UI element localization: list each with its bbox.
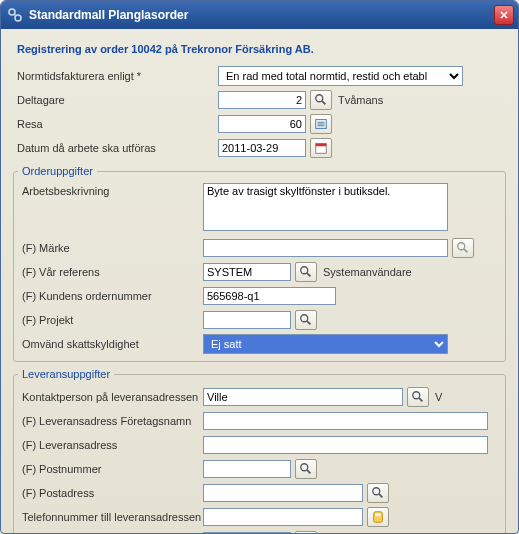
adress-label: (F) Leveransadress bbox=[18, 439, 203, 451]
adress-input[interactable] bbox=[203, 436, 488, 454]
registration-line: Registrering av order 10042 på Trekronor… bbox=[17, 43, 506, 55]
omkast-select[interactable]: Ej satt bbox=[203, 334, 448, 354]
svg-line-2 bbox=[14, 14, 16, 16]
kontakt-after: V bbox=[435, 391, 442, 403]
svg-rect-12 bbox=[316, 144, 327, 147]
deltagare-lookup-button[interactable] bbox=[310, 90, 332, 110]
postaddr-label: (F) Postadress bbox=[18, 487, 203, 499]
svg-point-5 bbox=[316, 95, 323, 102]
svg-rect-27 bbox=[374, 512, 383, 523]
arbete-label: Arbetsbeskrivning bbox=[18, 183, 203, 197]
datum-label: Datum då arbete ska utföras bbox=[13, 142, 218, 154]
kontakt-lookup-button[interactable] bbox=[407, 387, 429, 407]
datum-calendar-button[interactable] bbox=[310, 138, 332, 158]
postnr-input[interactable] bbox=[203, 460, 291, 478]
svg-line-26 bbox=[379, 494, 383, 498]
arbete-textarea[interactable] bbox=[203, 183, 448, 231]
postnr-label: (F) Postnummer bbox=[18, 463, 203, 475]
projekt-input[interactable] bbox=[203, 311, 291, 329]
close-button[interactable] bbox=[494, 5, 514, 25]
resa-detail-button[interactable] bbox=[310, 114, 332, 134]
window-title: Standardmall Planglasorder bbox=[29, 8, 494, 22]
foretag-input[interactable] bbox=[203, 412, 488, 430]
tel-label: Telefonnummer till leveransadressen bbox=[18, 511, 203, 523]
postaddr-lookup-button[interactable] bbox=[367, 483, 389, 503]
order-legend: Orderuppgifter bbox=[18, 165, 97, 177]
deltagare-label: Deltagare bbox=[13, 94, 218, 106]
content-area: Registrering av order 10042 på Trekronor… bbox=[1, 29, 518, 534]
resa-input[interactable] bbox=[218, 115, 306, 133]
leverans-legend: Leveransuppgifter bbox=[18, 368, 114, 380]
svg-point-17 bbox=[301, 267, 308, 274]
kontakt-input[interactable] bbox=[203, 388, 403, 406]
marke-lookup-button[interactable] bbox=[452, 238, 474, 258]
svg-point-25 bbox=[373, 488, 380, 495]
varref-input[interactable] bbox=[203, 263, 291, 281]
svg-line-24 bbox=[307, 470, 311, 474]
omkast-label: Omvänd skattskyldighet bbox=[18, 338, 203, 350]
marke-input[interactable] bbox=[203, 239, 448, 257]
svg-line-16 bbox=[464, 249, 468, 253]
normtid-label: Normtidsfakturera enligt * bbox=[13, 70, 218, 82]
foretag-label: (F) Leveransadress Företagsnamn bbox=[18, 415, 203, 427]
tel-action-button[interactable] bbox=[367, 507, 389, 527]
svg-line-20 bbox=[307, 321, 311, 325]
order-fieldset: Orderuppgifter Arbetsbeskrivning (F) Mär… bbox=[13, 165, 506, 362]
deltagare-input[interactable] bbox=[218, 91, 306, 109]
projekt-label: (F) Projekt bbox=[18, 314, 203, 326]
svg-point-19 bbox=[301, 315, 308, 322]
varref-lookup-button[interactable] bbox=[295, 262, 317, 282]
varref-after: Systemanvändare bbox=[323, 266, 412, 278]
svg-point-15 bbox=[458, 243, 465, 250]
varref-label: (F) Vår referens bbox=[18, 266, 203, 278]
leverans-fieldset: Leveransuppgifter Kontaktperson på lever… bbox=[13, 368, 506, 534]
svg-point-21 bbox=[413, 392, 420, 399]
kundorder-label: (F) Kundens ordernummer bbox=[18, 290, 203, 302]
deltagare-after: Tvåmans bbox=[338, 94, 383, 106]
normtid-select[interactable]: En rad med total normtid, restid och eta… bbox=[218, 66, 463, 86]
tel-input[interactable] bbox=[203, 508, 363, 526]
svg-line-18 bbox=[307, 273, 311, 277]
resa-label: Resa bbox=[13, 118, 218, 130]
marke-label: (F) Märke bbox=[18, 242, 203, 254]
kundorder-input[interactable] bbox=[203, 287, 336, 305]
postaddr-input[interactable] bbox=[203, 484, 363, 502]
svg-point-23 bbox=[301, 464, 308, 471]
app-icon bbox=[7, 7, 23, 23]
kontakt-label: Kontaktperson på leveransadressen bbox=[18, 391, 203, 403]
svg-rect-28 bbox=[375, 514, 380, 517]
svg-line-22 bbox=[419, 398, 423, 402]
datum-input[interactable] bbox=[218, 139, 306, 157]
postnr-lookup-button[interactable] bbox=[295, 459, 317, 479]
titlebar: Standardmall Planglasorder bbox=[1, 1, 518, 29]
svg-line-6 bbox=[322, 101, 326, 105]
dialog-window: Standardmall Planglasorder Registrering … bbox=[0, 0, 519, 534]
projekt-lookup-button[interactable] bbox=[295, 310, 317, 330]
